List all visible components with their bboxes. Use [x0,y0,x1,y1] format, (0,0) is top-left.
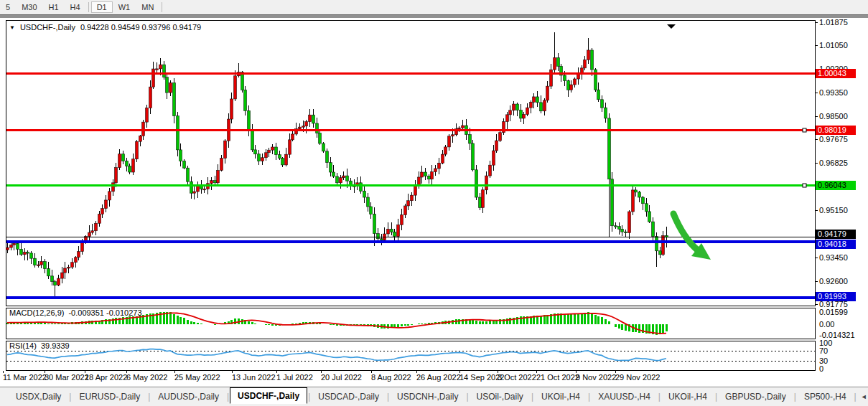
date-axis-label: 13 Jun 2022 [232,373,276,382]
rsi-indicator-label: RSI(14) 39.9339 [9,341,70,350]
rsi-axis-tick: 0 [819,364,823,373]
macd-name: MACD(12,26,9) [9,308,64,317]
chart-canvas[interactable] [0,0,868,406]
macd-values: -0.009351 -0.010273 [68,308,141,317]
rsi-axis-tick: 70 [819,346,828,355]
price-axis-tick: 0.97675 [819,135,848,143]
date-axis-label: 9 Nov 2022 [576,373,616,382]
date-axis-label: 11 Mar 2022 [3,373,47,382]
rsi-name: RSI(14) [9,341,37,350]
price-level-chip: 0.94018 [816,240,856,249]
price-axis-tick: 0.92600 [819,277,848,285]
price-level-chip: 0.94179 [816,230,856,239]
macd-axis-tick: 0.00 [819,320,834,329]
chart-ohlc-values: 0.94228 0.94549 0.93796 0.94179 [80,23,201,32]
price-axis-tick: 0.98500 [819,112,848,121]
macd-indicator-label: MACD(12,26,9) -0.009351 -0.010273 [9,308,142,317]
price-axis-tick: 0.96825 [819,159,848,167]
price-axis-tick: 1.01875 [819,18,848,27]
price-axis-tick: 0.95150 [819,206,848,214]
macd-axis-tick: 0.01599 [819,308,848,316]
price-level-chip: 0.96043 [816,181,856,190]
price-level-chip: 0.98019 [816,126,856,135]
bar-position-marker [667,24,676,29]
date-axis-label: 6 May 2022 [126,373,167,382]
date-axis-label: 18 Apr 2022 [85,373,127,382]
date-axis-label: 30 Mar 2022 [45,373,89,382]
date-axis-label: 8 Aug 2022 [371,373,411,382]
date-axis-label: 25 May 2022 [174,373,220,382]
date-axis-label: 21 Oct 2022 [536,373,579,382]
trading-terminal-window: 5M30H1H4D1W1MN ▼ USDCHF-,Daily 0.94228 0… [0,0,868,406]
date-axis-label: 3 Oct 2022 [498,373,536,382]
price-level-chip: 1.00043 [816,69,856,78]
chart-symbol-label: USDCHF-,Daily [20,23,75,32]
line-handle[interactable] [803,184,806,187]
date-axis-label: 1 Jul 2022 [276,373,313,382]
chart-title: ▼ USDCHF-,Daily 0.94228 0.94549 0.93796 … [9,23,201,32]
date-axis-label: 20 Jul 2022 [321,373,362,382]
date-axis-label: 29 Nov 2022 [615,373,660,382]
line-handle[interactable] [803,128,806,132]
symbol-dropdown-icon[interactable]: ▼ [9,24,15,31]
trend-arrow[interactable] [673,214,698,250]
price-axis-tick: 0.93450 [819,253,848,262]
date-axis-label: 26 Aug 2022 [416,373,461,382]
price-axis-tick: 1.01050 [819,41,848,49]
rsi-value: 39.9339 [41,341,70,350]
price-level-chip: 0.91993 [816,292,856,301]
price-axis-tick: 0.99350 [819,88,848,97]
